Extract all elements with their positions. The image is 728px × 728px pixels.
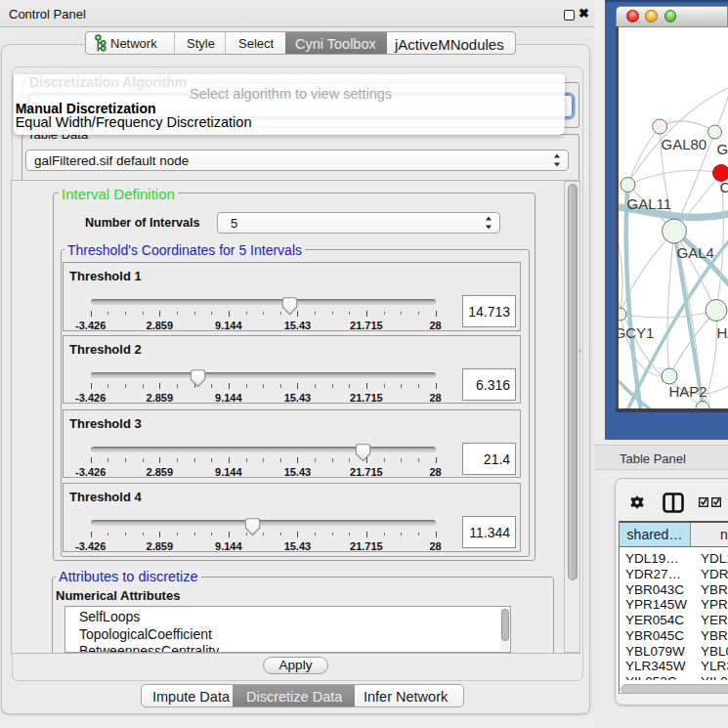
svg-text:HAP2: HAP2 [668,383,707,400]
svg-text:HA: HA [716,324,728,341]
svg-text:CD: CD [719,179,728,195]
svg-text:GCY1: GCY1 [619,324,654,341]
svg-text:GAL11: GAL11 [626,195,671,212]
svg-text:GAL4: GAL4 [676,244,713,261]
svg-text:GA: GA [716,141,728,157]
svg-text:GAL80: GAL80 [661,136,707,152]
